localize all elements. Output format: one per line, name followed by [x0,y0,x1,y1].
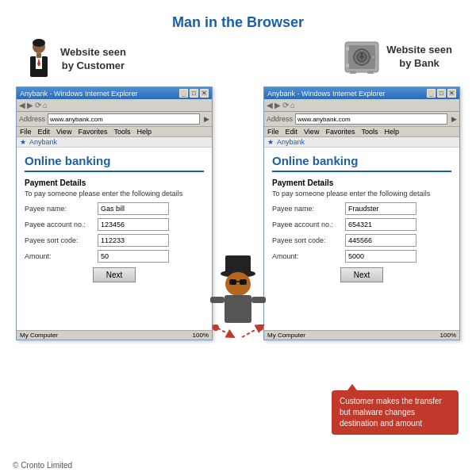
right-field-amount: Amount: 5000 [272,250,451,263]
right-menu-view[interactable]: View [304,128,319,136]
left-browser: Anybank - Windows Internet Explorer _ □ … [16,86,213,340]
right-label-account: Payee account no.: [272,221,342,228]
right-menu-help[interactable]: Help [384,128,399,136]
right-minimize-button[interactable]: _ [427,89,436,98]
home-icon[interactable]: ⌂ [43,101,48,109]
minimize-button[interactable]: _ [179,89,188,98]
right-input-account[interactable]: 654321 [345,218,416,231]
right-content-title: Online banking [272,154,451,172]
left-browser-titlebar: Anybank - Windows Internet Explorer _ □ … [17,87,212,99]
right-label-amount: Amount: [272,252,342,260]
close-button[interactable]: ✕ [200,89,209,98]
menu-edit[interactable]: Edit [38,128,51,136]
right-forward-icon[interactable]: ▶ [274,101,281,109]
left-input-sort[interactable]: 112233 [98,234,169,247]
address-label: Address [19,115,45,123]
left-address-box[interactable]: www.anybank.com [48,113,200,125]
svg-rect-5 [36,53,41,58]
left-favbar: ★ Anybank [17,137,212,148]
refresh-icon[interactable]: ⟳ [35,101,41,109]
back-icon[interactable]: ◀ [19,101,25,109]
left-label-sort: Payee sort code: [25,236,94,244]
browsers-row: Anybank - Windows Internet Explorer _ □ … [0,86,476,340]
top-labels-row: Website seenby Customer Website seenby B… [0,39,476,80]
customer-label-group: Website seenby Customer [24,39,126,80]
right-home-icon[interactable]: ⌂ [290,101,295,109]
right-input-sort[interactable]: 445566 [345,234,416,247]
left-next-button[interactable]: Next [93,267,136,282]
maximize-button[interactable]: □ [190,89,198,98]
left-label-account: Payee account no.: [25,221,94,228]
right-close-button[interactable]: ✕ [447,89,456,98]
left-field-amount: Amount: 50 [25,250,204,263]
left-label-amount: Amount: [25,252,94,260]
right-input-amount[interactable]: 5000 [345,250,416,263]
left-browser-buttons: _ □ ✕ [179,89,209,98]
right-addressbar: Address www.anybank.com ▶ [264,112,459,127]
svg-rect-14 [346,63,349,67]
left-field-sort: Payee sort code: 112233 [25,234,204,247]
bank-label: Website seenby Bank [386,44,452,71]
right-back-icon[interactable]: ◀ [267,101,273,109]
left-input-amount[interactable]: 50 [98,250,169,263]
right-favorites-icon: ★ [267,138,274,146]
svg-rect-16 [367,71,374,74]
copyright: © Cronto Limited [13,461,72,470]
right-menu-tools[interactable]: Tools [361,128,378,136]
right-browser: Anybank - Windows Internet Explorer _ □ … [263,86,460,340]
right-statusbar: My Computer 100% [264,330,459,340]
forward-icon[interactable]: ▶ [27,101,33,109]
left-input-account[interactable]: 123456 [98,218,169,231]
right-refresh-icon[interactable]: ⟳ [282,101,289,109]
right-menu-edit[interactable]: Edit [286,128,298,136]
menu-tools[interactable]: Tools [113,128,130,136]
left-field-payee-name: Payee name: Gas bill [25,202,204,215]
right-zoom-text: 100% [440,332,456,339]
right-status-text: My Computer [267,332,305,339]
left-status-text: My Computer [20,332,58,339]
right-url: www.anybank.com [298,116,351,123]
go-button[interactable]: ▶ [204,115,209,123]
right-menubar: File Edit View Favorites Tools Help [264,127,459,137]
page-title: Man in the Browser [0,0,476,31]
left-section-title: Payment Details [25,178,204,187]
right-menu-favorites[interactable]: Favorites [325,128,355,136]
right-menu-file[interactable]: File [267,128,279,136]
right-maximize-button[interactable]: □ [437,89,446,98]
left-statusbar: My Computer 100% [17,330,212,340]
left-titlebar-text: Anybank - Windows Internet Explorer [20,90,138,98]
right-field-account: Payee account no.: 654321 [272,218,451,231]
right-field-sort: Payee sort code: 445566 [272,234,451,247]
left-url: www.anybank.com [50,116,103,123]
svg-rect-15 [350,71,356,74]
left-content-title: Online banking [25,154,204,172]
svg-rect-13 [346,47,349,51]
left-browser-content: Online banking Payment Details To pay so… [17,148,212,330]
bank-label-group: Website seenby Bank [344,39,452,75]
right-section-title: Payment Details [272,178,451,187]
right-address-box[interactable]: www.anybank.com [295,113,447,125]
safe-icon [344,39,380,75]
menu-view[interactable]: View [56,128,71,136]
customer-label: Website seenby Customer [60,46,126,73]
menu-favorites[interactable]: Favorites [78,128,107,136]
menu-help[interactable]: Help [136,128,152,136]
right-go-button[interactable]: ▶ [451,115,457,123]
svg-rect-12 [371,55,375,60]
right-titlebar-text: Anybank - Windows Internet Explorer [267,90,386,98]
left-description: To pay someone please enter the followin… [25,190,204,198]
left-favicon-text: Anybank [29,138,57,146]
svg-point-1 [33,39,45,47]
right-favbar: ★ Anybank [264,137,459,148]
right-next-button[interactable]: Next [340,267,384,282]
right-favicon-text: Anybank [277,138,305,146]
left-field-account: Payee account no.: 123456 [25,218,204,231]
right-label-payee-name: Payee name: [272,205,342,213]
right-label-sort: Payee sort code: [272,236,342,244]
left-input-payee-name[interactable]: Gas bill [98,202,169,215]
menu-file[interactable]: File [20,128,32,136]
left-toolbar: ◀ ▶ ⟳ ⌂ [17,99,212,112]
left-addressbar: Address www.anybank.com ▶ [17,112,212,127]
right-address-label: Address [267,115,293,123]
right-input-payee-name[interactable]: Fraudster [345,202,416,215]
